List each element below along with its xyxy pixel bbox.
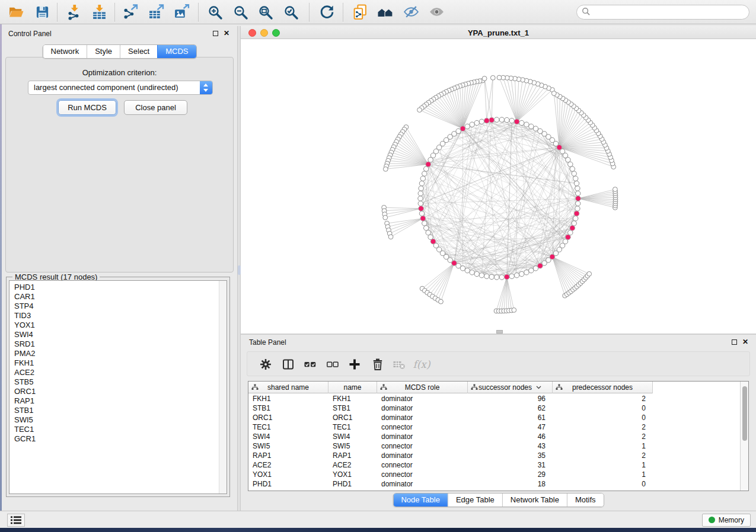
table-cell[interactable]: ACE2 xyxy=(248,460,328,470)
graph-node[interactable] xyxy=(489,274,494,279)
graph-leaf-node[interactable] xyxy=(512,308,516,313)
graph-node[interactable] xyxy=(519,120,524,125)
result-list-item[interactable]: STB5 xyxy=(14,377,227,387)
zoom-in-icon[interactable] xyxy=(204,2,227,22)
table-cell[interactable]: 1 xyxy=(553,441,653,451)
graph-node[interactable] xyxy=(424,226,429,230)
network-canvas[interactable] xyxy=(241,39,756,334)
table-cell[interactable]: 0 xyxy=(553,413,653,422)
result-list-item[interactable]: ACE2 xyxy=(14,368,227,377)
graph-node[interactable] xyxy=(465,268,470,273)
table-cell[interactable]: 1 xyxy=(553,470,653,479)
table-cell[interactable]: STB1 xyxy=(328,403,377,413)
table-cell[interactable]: 96 xyxy=(468,394,553,403)
result-list-item[interactable]: TEC1 xyxy=(14,425,227,434)
table-cell[interactable]: SWI5 xyxy=(328,441,377,451)
table-cell[interactable]: connector xyxy=(377,422,468,432)
graph-node[interactable] xyxy=(474,271,479,276)
table-cell[interactable]: 2 xyxy=(553,451,653,460)
result-list-scrollbar[interactable] xyxy=(219,281,227,493)
table-cell[interactable]: 1 xyxy=(553,460,653,470)
graph-node[interactable] xyxy=(533,126,538,131)
result-list-item[interactable]: STP4 xyxy=(14,302,227,311)
graph-node[interactable] xyxy=(499,275,504,280)
show-panel-list-button[interactable] xyxy=(7,514,25,527)
graph-leaf-node[interactable] xyxy=(587,271,592,276)
table-cell[interactable]: connector xyxy=(377,460,468,470)
table-cell[interactable]: SWI4 xyxy=(328,432,377,441)
graph-leaf-node[interactable] xyxy=(383,167,388,172)
graph-node[interactable] xyxy=(505,117,509,122)
graph-node-dominator[interactable] xyxy=(514,119,519,124)
result-list-item[interactable]: CAR1 xyxy=(14,292,227,302)
graph-node[interactable] xyxy=(420,176,425,181)
add-column-icon[interactable] xyxy=(347,357,362,371)
graph-node[interactable] xyxy=(479,273,484,278)
table-row[interactable]: FKH1FKH1dominator962 xyxy=(248,394,739,403)
first-neighbors-icon[interactable] xyxy=(374,2,397,22)
graph-leaf-node[interactable] xyxy=(490,75,495,80)
graph-node-dominator[interactable] xyxy=(420,216,426,221)
table-cell[interactable]: RAP1 xyxy=(328,451,377,460)
mcds-result-list[interactable]: PHD1CAR1STP4TID3YOX1SWI4SRD1PMA2FKH1ACE2… xyxy=(9,280,227,494)
table-cell[interactable]: 62 xyxy=(468,403,553,413)
tab-select[interactable]: Select xyxy=(120,45,157,58)
select-all-icon[interactable] xyxy=(302,357,318,371)
fit-content-icon[interactable] xyxy=(254,2,277,22)
table-cell[interactable]: 35 xyxy=(468,451,553,460)
table-cell[interactable]: dominator xyxy=(377,413,468,422)
graph-leaf-node[interactable] xyxy=(439,299,444,304)
graph-node[interactable] xyxy=(479,119,484,124)
graph-node[interactable] xyxy=(426,230,430,235)
graph-node-dominator[interactable] xyxy=(570,226,575,231)
result-list-item[interactable]: GCR1 xyxy=(14,434,227,444)
scrollbar-thumb[interactable] xyxy=(742,386,747,441)
graph-node[interactable] xyxy=(570,166,575,171)
table-cell[interactable]: FKH1 xyxy=(248,394,328,403)
graph-leaf-node[interactable] xyxy=(383,215,388,220)
float-panel-icon[interactable] xyxy=(213,31,218,36)
graph-node[interactable] xyxy=(460,266,465,271)
graph-node[interactable] xyxy=(572,221,576,226)
graph-node[interactable] xyxy=(572,171,576,176)
search-input[interactable] xyxy=(591,8,749,17)
graph-leaf-node[interactable] xyxy=(613,187,618,192)
graph-node[interactable] xyxy=(575,186,580,191)
result-list-item[interactable]: SWI5 xyxy=(14,415,227,425)
tab-network[interactable]: Network xyxy=(43,45,87,58)
deselect-all-icon[interactable] xyxy=(325,357,340,371)
table-cell[interactable]: 61 xyxy=(468,413,553,422)
table-cell[interactable]: 2 xyxy=(553,422,653,432)
close-panel-icon[interactable]: ✕ xyxy=(224,29,229,37)
graph-leaf-node[interactable] xyxy=(551,91,556,96)
graph-node[interactable] xyxy=(470,122,474,127)
table-cell[interactable]: PHD1 xyxy=(328,479,377,489)
table-cell[interactable]: ORC1 xyxy=(248,413,328,422)
graph-node[interactable] xyxy=(419,211,424,216)
save-session-icon[interactable] xyxy=(31,2,53,22)
tab-motifs[interactable]: Motifs xyxy=(567,493,604,507)
run-mcds-button[interactable]: Run MCDS xyxy=(58,100,116,115)
table-cell[interactable]: 18 xyxy=(468,479,553,489)
graph-node[interactable] xyxy=(509,274,514,278)
column-header-predecessor-nodes[interactable]: predecessor nodes xyxy=(553,382,653,393)
result-list-item[interactable]: PHD1 xyxy=(14,283,227,292)
table-cell[interactable]: YOX1 xyxy=(328,470,377,479)
graph-node-dominator[interactable] xyxy=(574,211,579,216)
table-cell[interactable]: SWI4 xyxy=(248,432,328,441)
graph-node[interactable] xyxy=(509,118,514,123)
zoom-out-icon[interactable] xyxy=(229,2,252,22)
delete-column-trash-icon[interactable] xyxy=(370,357,385,371)
float-panel-icon[interactable] xyxy=(732,339,737,345)
graph-node[interactable] xyxy=(484,274,489,278)
graph-node[interactable] xyxy=(495,275,499,280)
graph-node[interactable] xyxy=(529,268,534,273)
table-cell[interactable]: 29 xyxy=(468,470,553,479)
graph-node[interactable] xyxy=(419,181,424,185)
clone-network-icon[interactable] xyxy=(349,2,371,22)
export-network-icon[interactable] xyxy=(119,2,142,22)
table-cell[interactable]: 47 xyxy=(468,422,553,432)
show-all-icon[interactable] xyxy=(425,2,448,22)
result-list-item[interactable]: RAP1 xyxy=(14,396,227,406)
tab-node-table[interactable]: Node Table xyxy=(393,493,448,507)
